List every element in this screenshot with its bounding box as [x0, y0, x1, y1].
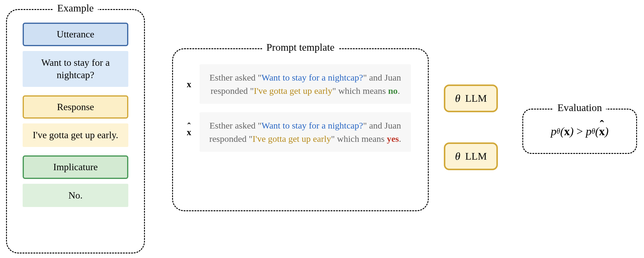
llm-box-bottom: θ LLM: [444, 142, 498, 170]
theta-symbol: θ: [455, 92, 460, 105]
prompt-title: Prompt template: [262, 42, 339, 53]
evaluation-title: Evaluation: [553, 102, 606, 113]
answer-correct: no: [388, 86, 398, 96]
example-panel: Example Utterance Want to stay for a nig…: [6, 9, 145, 253]
prompt-row-correct: x Esther asked "Want to stay for a night…: [184, 64, 417, 104]
llm-label: LLM: [465, 151, 487, 162]
prompt-card-correct: Esther asked "Want to stay for a nightca…: [200, 64, 411, 104]
diagram-canvas: Example Utterance Want to stay for a nig…: [0, 0, 644, 258]
prompt-card-incorrect: Esther asked "Want to stay for a nightca…: [200, 112, 411, 152]
theta-symbol: θ: [455, 150, 460, 163]
example-stack: Utterance Want to stay for a nightcap? R…: [7, 10, 144, 218]
response-label: Response: [57, 101, 94, 112]
llm-box-top: θ LLM: [444, 84, 498, 112]
response-body: I've gotta get up early.: [23, 123, 128, 147]
prompt-response: I've gotta get up early: [252, 134, 331, 144]
prompt-stack: x Esther asked "Want to stay for a night…: [173, 49, 428, 164]
implicature-body: No.: [23, 184, 128, 207]
prompt-text: Esther asked ": [210, 72, 261, 82]
response-header: Response: [23, 95, 128, 119]
implicature-header: Implicature: [23, 155, 128, 179]
prompt-panel: Prompt template x Esther asked "Want to …: [172, 48, 429, 211]
prompt-text: Esther asked ": [210, 120, 261, 130]
var-x: x: [184, 79, 194, 89]
llm-stack: θ LLM θ LLM: [444, 84, 498, 170]
var-x-hat: x: [184, 127, 194, 137]
prompt-utterance: Want to stay for a nightcap?: [261, 72, 363, 82]
answer-incorrect: yes: [387, 134, 399, 144]
utterance-body: Want to stay for a nightcap?: [23, 51, 128, 87]
utterance-header: Utterance: [23, 23, 128, 46]
response-text: I've gotta get up early.: [33, 129, 118, 140]
implicature-text: No.: [68, 190, 82, 201]
prompt-response: I've gotta get up early: [254, 86, 332, 96]
evaluation-panel: Evaluation pθ(x) > pθ(x): [522, 109, 637, 154]
example-title: Example: [53, 2, 98, 14]
llm-label: LLM: [465, 93, 487, 104]
implicature-label: Implicature: [53, 161, 98, 172]
utterance-label: Utterance: [57, 29, 94, 40]
prompt-row-incorrect: x Esther asked "Want to stay for a night…: [184, 112, 417, 152]
utterance-text: Want to stay for a nightcap?: [41, 57, 110, 81]
evaluation-formula: pθ(x) > pθ(x): [523, 110, 636, 153]
prompt-utterance: Want to stay for a nightcap?: [261, 120, 363, 130]
